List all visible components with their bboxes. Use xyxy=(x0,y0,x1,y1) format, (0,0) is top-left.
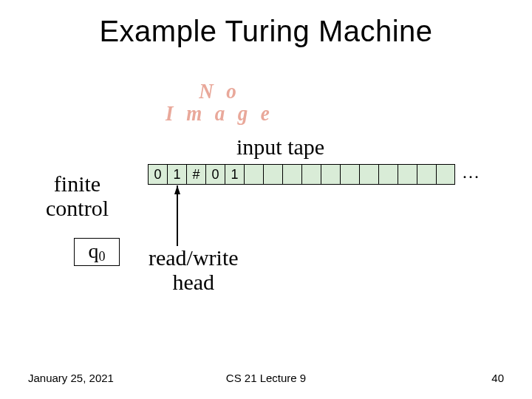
finite-control-line2: control xyxy=(46,196,109,220)
finite-control-line1: finite xyxy=(54,171,100,196)
tape-cell xyxy=(301,164,321,185)
tape-cell xyxy=(263,164,282,185)
footer-page-number: 40 xyxy=(491,372,504,384)
tape-cell: 0 xyxy=(205,164,225,185)
tape: 0 1 # 0 1 xyxy=(148,164,455,185)
tape-cell xyxy=(378,164,398,185)
tape-cell: # xyxy=(186,164,205,185)
no-image-line1: N o xyxy=(199,78,240,103)
input-tape-label: input tape xyxy=(236,134,324,160)
finite-control-label: finite control xyxy=(46,171,109,220)
state-box: q0 xyxy=(74,238,120,266)
tape-cell xyxy=(244,164,263,185)
no-image-placeholder: N o I m a g e xyxy=(166,80,273,124)
state-subscript: 0 xyxy=(99,249,106,264)
svg-marker-2 xyxy=(174,185,180,194)
tape-cell xyxy=(321,164,340,185)
tape-ellipsis: … xyxy=(462,163,480,183)
tape-cell xyxy=(282,164,301,185)
rw-head-line2: head xyxy=(172,270,214,294)
read-write-head-label: read/write head xyxy=(149,245,239,294)
tape-cell: 0 xyxy=(148,164,167,185)
tape-cell: 1 xyxy=(225,164,244,185)
slide-title: Example Turing Machine xyxy=(0,0,532,48)
no-image-line2: I m a g e xyxy=(166,100,273,125)
footer-lecture: CS 21 Lecture 9 xyxy=(0,372,532,384)
tape-cell xyxy=(398,164,417,185)
rw-head-line1: read/write xyxy=(149,245,239,270)
tape-cell xyxy=(340,164,359,185)
tape-cell xyxy=(359,164,378,185)
tape-cell: 1 xyxy=(167,164,186,185)
state-symbol: q xyxy=(89,239,99,262)
head-arrow-icon xyxy=(174,185,189,252)
tape-cell xyxy=(436,164,455,185)
tape-cell xyxy=(417,164,436,185)
